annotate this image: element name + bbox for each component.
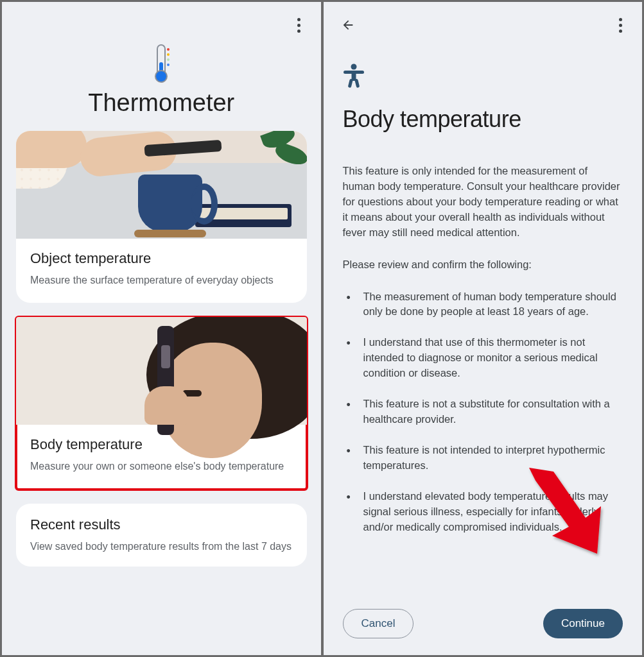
body-temperature-card[interactable]: Body temperature Measure your own or som… — [16, 317, 307, 489]
svg-point-0 — [351, 64, 356, 70]
review-prompt: Please review and confirm the following: — [343, 257, 623, 273]
cancel-button[interactable]: Cancel — [343, 609, 414, 638]
hero: Thermometer — [2, 38, 321, 131]
consent-bullet: I understand that use of this thermomete… — [343, 335, 623, 381]
card-title: Object temperature — [30, 250, 293, 267]
arrow-back-icon — [341, 18, 355, 32]
card-subtitle: Measure the surface temperature of every… — [30, 273, 293, 287]
object-temperature-card[interactable]: Object temperature Measure the surface t… — [16, 131, 307, 303]
body-temperature-image — [16, 317, 307, 425]
accessibility-icon — [343, 64, 365, 88]
page-title: Body temperature — [343, 106, 623, 133]
more-options-button[interactable] — [611, 12, 629, 38]
body-temperature-consent-screen: Body temperature This feature is only in… — [324, 2, 643, 655]
consent-bullet: The measurement of human body temperatur… — [343, 289, 623, 320]
consent-bullet: This feature is not intended to interpre… — [343, 443, 623, 474]
more-options-button[interactable] — [290, 12, 308, 38]
continue-button[interactable]: Continue — [543, 609, 623, 638]
consent-bullets: The measurement of human body temperatur… — [343, 289, 623, 535]
object-temperature-image — [16, 131, 307, 239]
thermometer-home-screen: Thermometer Object temperature Measure t… — [2, 2, 321, 655]
thermometer-icon — [152, 44, 171, 83]
consent-bullet: I understand elevated body temperature r… — [343, 489, 623, 535]
svg-rect-3 — [347, 78, 352, 88]
recent-results-card[interactable]: Recent results View saved body temperatu… — [16, 504, 307, 567]
card-title: Recent results — [30, 516, 293, 533]
svg-rect-4 — [354, 78, 360, 88]
card-title: Body temperature — [30, 436, 293, 453]
card-subtitle: View saved body temperature results from… — [30, 540, 293, 554]
consent-bullet: This feature is not a substitute for con… — [343, 397, 623, 427]
page-title: Thermometer — [2, 89, 321, 117]
intro-text: This feature is only intended for the me… — [343, 164, 623, 241]
card-subtitle: Measure your own or someone else's body … — [30, 459, 293, 474]
back-button[interactable] — [336, 13, 360, 37]
